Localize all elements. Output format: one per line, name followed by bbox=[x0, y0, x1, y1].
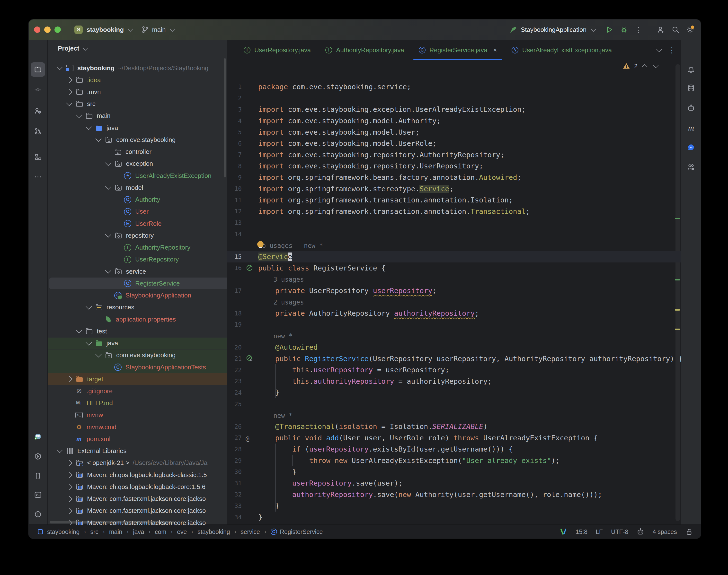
tree-item-target[interactable]: target bbox=[48, 373, 227, 385]
code-line-27[interactable]: 27@ public void add(User user, UserRole … bbox=[227, 432, 681, 444]
code-line-9[interactable]: 9import org.springframework.beans.factor… bbox=[227, 172, 681, 183]
tree-item-com-eve-staybooking[interactable]: com.eve.staybooking bbox=[48, 349, 227, 361]
tree-item-external-libraries[interactable]: External Libraries bbox=[48, 445, 227, 457]
breadcrumb-service[interactable]: service bbox=[241, 528, 260, 535]
settings-gear-button[interactable] bbox=[686, 26, 694, 34]
tree-item-repository[interactable]: repository bbox=[48, 230, 227, 241]
run-button[interactable] bbox=[605, 26, 613, 34]
code-line-17[interactable]: 17 private UserRepository userRepository… bbox=[227, 285, 681, 297]
code-line-33[interactable]: 33 } bbox=[227, 500, 681, 512]
code-line-5[interactable]: 5import com.eve.staybooking.model.User; bbox=[227, 126, 681, 138]
code-line-18[interactable]: 18 private AuthorityRepository authority… bbox=[227, 308, 681, 319]
tree-item-userrepository[interactable]: IUserRepository bbox=[48, 254, 227, 265]
code-with-me-users-button[interactable] bbox=[657, 26, 665, 34]
code-line-3[interactable]: 3import com.eve.staybooking.exception.Us… bbox=[227, 104, 681, 115]
readonly-unlock-icon[interactable] bbox=[685, 528, 693, 536]
code-editor[interactable]: 2 1package com.eve.staybooking.service;2… bbox=[227, 60, 681, 525]
tree-item-staybooking[interactable]: staybooking~/Desktop/Projects/StayBookin… bbox=[48, 62, 227, 74]
project-vertical-scrollbar[interactable] bbox=[224, 58, 226, 177]
caret-position-widget[interactable]: 15:8 bbox=[575, 528, 588, 535]
code-line-7[interactable]: 7import com.eve.staybooking.repository.A… bbox=[227, 149, 681, 161]
inspections-widget[interactable]: 2 bbox=[623, 62, 657, 70]
tree-item-authority[interactable]: CAuthority bbox=[48, 194, 227, 206]
code-line-13[interactable]: 13 bbox=[227, 217, 681, 229]
code-line-6[interactable]: 6import com.eve.staybooking.model.UserRo… bbox=[227, 138, 681, 149]
run-configuration-widget[interactable]: StaybookingApplication bbox=[510, 26, 595, 34]
close-tab-icon[interactable]: × bbox=[493, 46, 497, 54]
tree-item-mvnw[interactable]: >_mvnw bbox=[48, 409, 227, 421]
tree-item-maven-ch-qos-logback-logback-core-1-5-6[interactable]: Maven: ch.qos.logback:logback-core:1.5.6 bbox=[48, 481, 227, 493]
code-line-34[interactable]: 34} bbox=[227, 512, 681, 523]
tree-item-pom-xml[interactable]: mpom.xml bbox=[48, 433, 227, 445]
learn-icon[interactable]: ? bbox=[31, 104, 45, 118]
breadcrumb-staybooking[interactable]: staybooking bbox=[197, 528, 230, 535]
code-line-28[interactable]: 28 if (userRepository.existsById(user.ge… bbox=[227, 443, 681, 455]
code-line-11[interactable]: 11import org.springframework.transaction… bbox=[227, 195, 681, 206]
commit-icon[interactable] bbox=[31, 82, 45, 97]
maximize-window-button[interactable] bbox=[55, 27, 61, 33]
tree-item-model[interactable]: model bbox=[48, 182, 227, 194]
breadcrumb-eve[interactable]: eve bbox=[177, 528, 187, 535]
code-line-21[interactable]: 21 public RegisterService(UserRepository… bbox=[227, 353, 681, 364]
tree-item-idea[interactable]: .idea bbox=[48, 74, 227, 86]
tree-item-staybookingapplication[interactable]: CStaybookingApplication bbox=[48, 290, 227, 301]
ai-assistant-icon[interactable] bbox=[684, 101, 698, 115]
spring-bean-run-gutter-icon[interactable] bbox=[242, 353, 258, 364]
breadcrumb-main[interactable]: main bbox=[109, 528, 122, 535]
tree-item-application-properties[interactable]: application.properties bbox=[48, 313, 227, 325]
code-line-30[interactable]: 30 } bbox=[227, 466, 681, 478]
branch-widget[interactable]: main bbox=[152, 26, 166, 34]
prev-problem-button[interactable] bbox=[642, 64, 647, 70]
code-line-10[interactable]: 10import org.springframework.stereotype.… bbox=[227, 183, 681, 195]
structure-icon[interactable] bbox=[31, 150, 45, 164]
annotation-gutter-icon[interactable]: @ bbox=[242, 432, 258, 444]
breadcrumb-src[interactable]: src bbox=[90, 528, 98, 535]
project-icon[interactable]: S bbox=[74, 26, 83, 34]
code-line-23[interactable]: 23 this.authorityRepository = authorityR… bbox=[227, 376, 681, 387]
encoding-widget[interactable]: UTF-8 bbox=[611, 528, 628, 535]
tree-item-user[interactable]: CUser bbox=[48, 206, 227, 217]
tab-useralreadyexistexception-java[interactable]: ϟUserAlreadyExistException.java bbox=[504, 40, 619, 60]
code-line-25[interactable]: 25 bbox=[227, 398, 681, 410]
tree-item-authorityrepository[interactable]: IAuthorityRepository bbox=[48, 242, 227, 253]
brackets-tool-icon[interactable] bbox=[31, 469, 45, 483]
tree-item-service[interactable]: service bbox=[48, 266, 227, 277]
tree-item-openjdk-21[interactable]: < openjdk-21 >/Users/eve/Library/Java/Ja bbox=[48, 457, 227, 469]
code-line-15[interactable]: 15@Service bbox=[227, 251, 681, 263]
code-line-22[interactable]: 22 this.userRepository = userRepository; bbox=[227, 364, 681, 376]
tree-item-resources[interactable]: resources bbox=[48, 302, 227, 313]
vim-plugin-icon[interactable] bbox=[560, 528, 567, 536]
tree-item-userrole[interactable]: EUserRole bbox=[48, 218, 227, 229]
notifications-bell-icon[interactable] bbox=[684, 63, 698, 77]
code-with-me-icon[interactable] bbox=[684, 160, 698, 174]
more-actions-button[interactable]: ⋮ bbox=[635, 26, 642, 34]
intention-lightbulb-icon[interactable] bbox=[257, 241, 263, 248]
code-line-20[interactable]: 20 @Autowired bbox=[227, 342, 681, 353]
code-line-4[interactable]: 4import com.eve.staybooking.model.Author… bbox=[227, 115, 681, 127]
code-line-16[interactable]: 16public class RegisterService { bbox=[227, 263, 681, 274]
tree-item-com-eve-staybooking[interactable]: com.eve.staybooking bbox=[48, 134, 227, 145]
code-line-19[interactable]: 19 bbox=[227, 319, 681, 331]
code-line-8[interactable]: 8import com.eve.staybooking.repository.U… bbox=[227, 160, 681, 172]
ai-status-icon[interactable] bbox=[637, 528, 644, 536]
indent-widget[interactable]: 4 spaces bbox=[653, 528, 677, 535]
tab-list-chevron[interactable] bbox=[657, 47, 662, 52]
problems-icon[interactable] bbox=[31, 507, 45, 521]
code-line-29[interactable]: 29 throw new UserAlreadyExistException("… bbox=[227, 455, 681, 466]
search-everywhere-button[interactable] bbox=[672, 26, 679, 34]
tree-item-maven-com-fasterxml-jackson-core-jackso[interactable]: Maven: com.fasterxml.jackson.core:jackso bbox=[48, 493, 227, 505]
tab-userrepository-java[interactable]: IUserRepository.java bbox=[236, 40, 318, 60]
tab-authorityrepository-java[interactable]: IAuthorityRepository.java bbox=[318, 40, 411, 60]
tree-item-java[interactable]: java bbox=[48, 338, 227, 349]
tree-item-mvnw-cmd[interactable]: ⚙mvnw.cmd bbox=[48, 421, 227, 433]
breadcrumb-java[interactable]: java bbox=[133, 528, 144, 535]
plugin-gopher-icon[interactable] bbox=[31, 429, 45, 444]
tree-item-java[interactable]: java bbox=[48, 122, 227, 134]
tree-item-src[interactable]: src bbox=[48, 98, 227, 110]
tree-item-mvn[interactable]: .mvn bbox=[48, 86, 227, 98]
tree-item-gitignore[interactable]: ⊘.gitignore bbox=[48, 385, 227, 397]
terminal-icon[interactable] bbox=[31, 487, 45, 502]
code-line-31[interactable]: 31 userRepository.save(user); bbox=[227, 478, 681, 489]
code-line-12[interactable]: 12import org.springframework.transaction… bbox=[227, 206, 681, 217]
debug-button[interactable] bbox=[620, 26, 628, 34]
